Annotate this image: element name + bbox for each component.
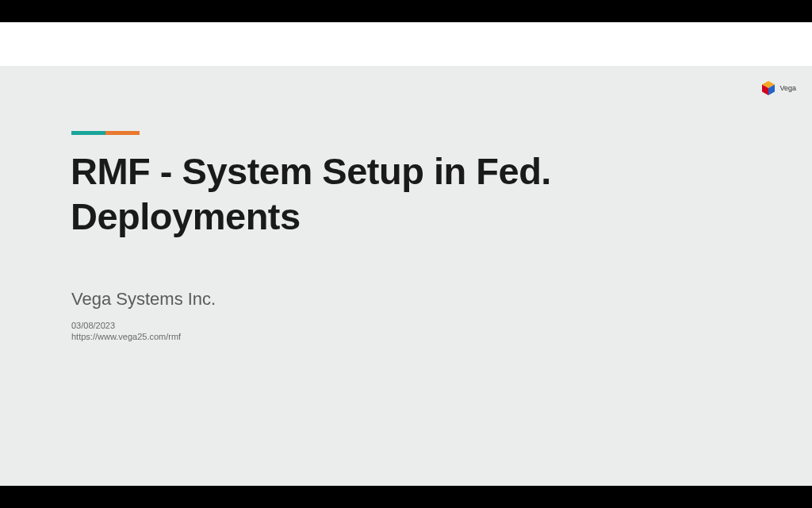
- slide-date: 03/08/2023: [71, 321, 115, 330]
- logo-container: Vega: [760, 80, 796, 96]
- company-name: Vega Systems Inc.: [71, 289, 216, 310]
- accent-orange-segment: [105, 131, 140, 135]
- logo-text: Vega: [779, 84, 796, 92]
- slide-title: RMF - System Setup in Fed. Deployments: [71, 148, 721, 240]
- top-white-bar: [0, 22, 812, 66]
- presentation-slide: Vega RMF - System Setup in Fed. Deployme…: [0, 66, 812, 486]
- accent-teal-segment: [71, 131, 105, 135]
- accent-bar: [71, 131, 140, 135]
- vega-logo-icon: [760, 80, 776, 96]
- slide-url: https://www.vega25.com/rmf: [71, 332, 181, 341]
